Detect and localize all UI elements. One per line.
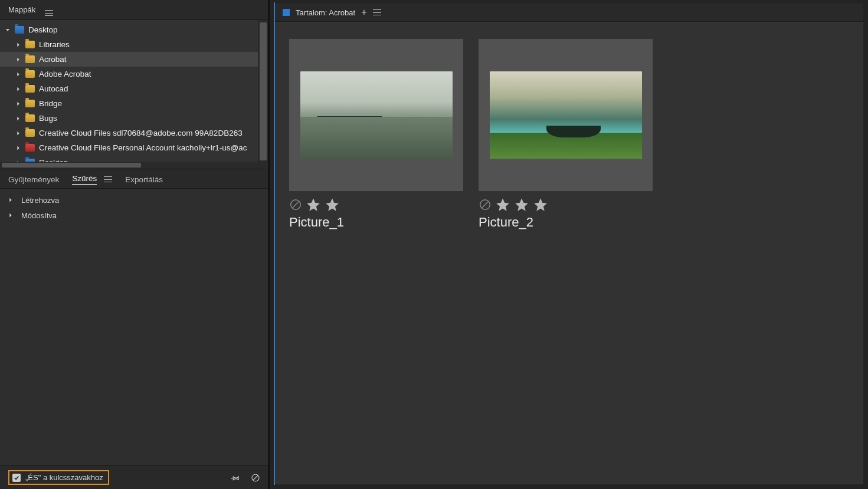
filter-label: Létrehozva xyxy=(21,196,59,205)
chevron-right-icon[interactable] xyxy=(15,42,21,48)
reject-icon[interactable] xyxy=(289,198,302,211)
tree-row[interactable]: Libraries xyxy=(0,37,268,52)
tree-label: Bugs xyxy=(39,114,57,123)
active-panel-indicator-icon xyxy=(283,9,290,16)
folder-icon xyxy=(25,100,35,107)
rating-row[interactable] xyxy=(289,197,463,212)
tree-label: Adobe Acrobat xyxy=(39,70,91,78)
tree-label: Autocad xyxy=(39,84,68,93)
thumbnail-image[interactable] xyxy=(479,39,653,191)
chevron-right-icon[interactable] xyxy=(15,145,21,151)
folder-icon xyxy=(25,70,35,78)
star-icon[interactable] xyxy=(325,197,340,212)
chevron-right-icon[interactable] xyxy=(15,86,21,92)
thumbnail-image[interactable] xyxy=(289,39,463,191)
folder-tree: Desktop Libraries Acrobat Adobe Acrobat xyxy=(0,20,268,169)
star-icon[interactable] xyxy=(306,197,321,212)
content-panel-menu-icon[interactable] xyxy=(373,9,381,15)
content-grid[interactable]: Picture_1 Picture_2 xyxy=(274,22,863,484)
thumbnail-card[interactable]: Picture_2 xyxy=(479,39,653,230)
cancel-icon[interactable] xyxy=(251,473,260,483)
filter-label: Módosítva xyxy=(21,211,57,220)
tree-scrollbar-vertical[interactable] xyxy=(258,20,268,169)
folders-panel-title: Mappák xyxy=(8,5,35,14)
folder-icon xyxy=(25,55,35,63)
star-icon[interactable] xyxy=(533,197,548,212)
svg-line-5 xyxy=(482,202,489,208)
tree-label: Bridge xyxy=(39,99,62,108)
tree-label: Acrobat xyxy=(39,55,67,64)
folder-icon xyxy=(25,114,35,122)
chevron-right-icon[interactable] xyxy=(15,71,21,77)
svg-line-3 xyxy=(293,202,299,208)
and-keywords-toggle[interactable]: „ÉS" a kulcsszavakhoz xyxy=(8,470,109,485)
left-mid-tabs: Gyűjtemények Szűrés Exportálás xyxy=(0,169,268,189)
folders-panel-menu-icon[interactable] xyxy=(45,4,53,16)
add-tab-icon[interactable]: + xyxy=(361,7,366,18)
thumbnail-caption[interactable]: Picture_2 xyxy=(479,215,653,230)
tab-export[interactable]: Exportálás xyxy=(125,175,163,184)
reject-icon[interactable] xyxy=(479,198,492,211)
star-icon[interactable] xyxy=(514,197,529,212)
tree-row-desktop[interactable]: Desktop xyxy=(0,22,268,37)
chevron-right-icon[interactable] xyxy=(15,116,21,122)
folders-panel-header: Mappák xyxy=(0,0,268,20)
left-bottom-bar: „ÉS" a kulcsszavakhoz xyxy=(0,465,268,489)
folder-icon xyxy=(25,129,35,137)
tree-label: Creative Cloud Files sdl70684@adobe.com … xyxy=(39,129,243,137)
content-panel-title: Tartalom: Acrobat xyxy=(296,8,355,17)
filter-row-created[interactable]: Létrehozva xyxy=(5,192,264,208)
tree-row[interactable]: Creative Cloud Files Personal Account ka… xyxy=(0,140,268,155)
tree-row[interactable]: Creative Cloud Files sdl70684@adobe.com … xyxy=(0,126,268,140)
filter-menu-icon[interactable] xyxy=(104,176,112,182)
filter-row-modified[interactable]: Módosítva xyxy=(5,208,264,223)
star-icon[interactable] xyxy=(495,197,510,212)
folder-icon xyxy=(15,26,24,34)
thumbnail-card[interactable]: Picture_1 xyxy=(289,39,463,230)
svg-line-1 xyxy=(253,475,258,480)
tree-label: Creative Cloud Files Personal Account ka… xyxy=(39,143,247,152)
content-panel-header: Tartalom: Acrobat + xyxy=(274,4,863,22)
checkbox-checked-icon[interactable] xyxy=(12,474,21,482)
chevron-down-icon[interactable] xyxy=(5,27,11,33)
tree-scrollbar-horizontal[interactable] xyxy=(0,162,258,169)
chevron-right-icon[interactable] xyxy=(15,101,21,107)
filter-panel: Létrehozva Módosítva xyxy=(0,189,268,465)
thumbnail-caption[interactable]: Picture_1 xyxy=(289,215,463,230)
folder-icon xyxy=(25,144,35,152)
chevron-right-icon[interactable] xyxy=(15,57,21,63)
tree-row[interactable]: Autocad xyxy=(0,81,268,96)
tree-row[interactable]: Bridge xyxy=(0,96,268,111)
tree-row-selected[interactable]: Acrobat xyxy=(0,52,268,67)
tree-row[interactable]: Adobe Acrobat xyxy=(0,67,268,81)
tree-label: Desktop xyxy=(28,25,58,34)
rating-row[interactable] xyxy=(479,197,653,212)
pin-icon[interactable] xyxy=(231,473,240,483)
folder-icon xyxy=(25,41,35,48)
chevron-right-icon[interactable] xyxy=(15,130,21,136)
tab-filter[interactable]: Szűrés xyxy=(72,174,97,185)
folder-icon xyxy=(25,85,35,93)
tree-row[interactable]: Bugs xyxy=(0,111,268,126)
tab-collections[interactable]: Gyűjtemények xyxy=(8,175,59,184)
and-keywords-label: „ÉS" a kulcsszavakhoz xyxy=(25,473,103,482)
tree-label: Libraries xyxy=(39,40,70,49)
